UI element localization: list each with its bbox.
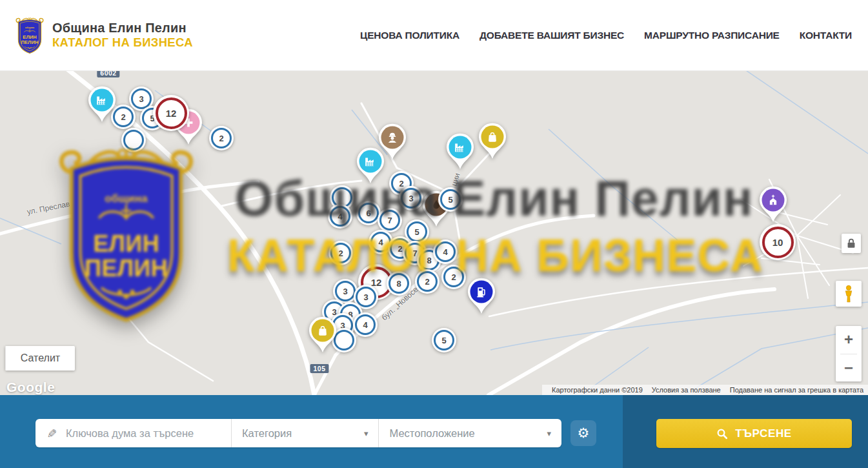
search-button-label: ТЪРСЕНЕ	[735, 427, 792, 440]
pin-fuel[interactable]	[467, 278, 496, 315]
zoom-out-button[interactable]: −	[836, 354, 862, 382]
google-logo[interactable]: Google	[6, 380, 55, 395]
map-type-control: Карта Сателит	[5, 346, 75, 371]
pin-factory[interactable]	[87, 86, 117, 123]
pin-bag[interactable]	[308, 316, 338, 354]
cluster-marker[interactable]: 2	[328, 241, 353, 265]
map-type-satellite-button[interactable]: Сателит	[5, 346, 75, 371]
brand: Община Елин Пелин КАТАЛОГ НА БИЗНЕСА	[52, 21, 193, 49]
cluster-marker[interactable]: 4	[353, 312, 378, 337]
nav-item-add-business[interactable]: ДОБАВЕТЕ ВАШИЯТ БИЗНЕС	[479, 30, 624, 41]
cluster-marker[interactable]: 10	[760, 224, 796, 260]
cluster-marker[interactable]: 2	[415, 269, 439, 294]
gear-icon: ⚙	[578, 425, 590, 441]
map-attribution: Картографски данни ©2019 Условия за полз…	[542, 385, 868, 395]
zoom-control: + −	[836, 326, 862, 382]
category-value: Категория	[242, 427, 292, 440]
advanced-settings-button[interactable]: ⚙	[570, 420, 596, 446]
nav-item-pricing[interactable]: ЦЕНОВА ПОЛИТИКА	[360, 30, 459, 41]
map-canvas[interactable]: 6002105ул. Преславбул. „Новоселции 32512…	[0, 71, 868, 395]
search-bar: ✎ Категория ▾ Местоположение ▾ ⚙ ТЪРСЕНЕ	[0, 395, 868, 468]
nav-item-route-schedule[interactable]: МАРШРУТНО РАЗПИСАНИЕ	[644, 30, 780, 41]
cluster-marker[interactable]: 2	[441, 265, 466, 289]
zoom-in-button[interactable]: +	[836, 326, 862, 354]
pegman-button[interactable]	[836, 281, 862, 307]
cluster-marker[interactable]: 4	[433, 239, 458, 264]
pin-worker[interactable]	[378, 123, 407, 161]
location-value: Местоположение	[389, 427, 474, 440]
pegman-icon	[840, 284, 857, 303]
road-badge: 105	[310, 364, 328, 373]
cluster-marker[interactable]: 5	[432, 328, 456, 352]
category-dropdown[interactable]: Категория ▾	[231, 419, 378, 447]
search-submit-button[interactable]: ТЪРСЕНЕ	[656, 419, 852, 448]
search-icon	[716, 428, 728, 440]
nav-item-contacts[interactable]: КОНТАКТИ	[800, 30, 852, 41]
pin-factory[interactable]	[445, 133, 475, 170]
lock-button[interactable]	[842, 234, 861, 253]
cluster-marker[interactable]: 7	[378, 208, 402, 232]
chevron-down-icon: ▾	[547, 429, 551, 438]
keyword-section: ✎	[35, 419, 231, 447]
search-box: ✎ Категория ▾ Местоположение ▾	[35, 419, 561, 447]
chevron-down-icon: ▾	[364, 429, 368, 438]
pin-bag[interactable]	[478, 123, 507, 160]
municipality-crest-logo	[14, 15, 45, 55]
cluster-marker[interactable]	[121, 128, 146, 152]
cluster-marker[interactable]: 3	[399, 186, 423, 210]
location-dropdown[interactable]: Местоположение ▾	[378, 419, 561, 447]
cluster-marker[interactable]: 5	[438, 187, 463, 212]
site-title: Община Елин Пелин	[52, 21, 193, 36]
cluster-marker[interactable]: 2	[209, 126, 234, 150]
cluster-marker[interactable]: 8	[387, 271, 411, 296]
pin-church[interactable]	[758, 186, 788, 223]
lock-icon	[845, 237, 858, 250]
main-nav: ЦЕНОВА ПОЛИТИКА ДОБАВЕТЕ ВАШИЯТ БИЗНЕС М…	[360, 30, 852, 41]
page: Община Елин Пелин КАТАЛОГ НА БИЗНЕСА ЦЕН…	[0, 0, 868, 468]
cluster-marker[interactable]: 12	[153, 95, 189, 131]
site-tagline: КАТАЛОГ НА БИЗНЕСА	[52, 36, 193, 49]
terms-link[interactable]: Условия за ползване	[647, 386, 725, 394]
pencil-icon: ✎	[44, 428, 59, 438]
header: Община Елин Пелин КАТАЛОГ НА БИЗНЕСА ЦЕН…	[0, 0, 868, 71]
keyword-input[interactable]	[65, 427, 216, 440]
road-badge: 6002	[97, 71, 119, 77]
cluster-marker[interactable]: 4	[328, 204, 352, 229]
map-data-copyright: Картографски данни ©2019	[547, 386, 647, 394]
report-error-link[interactable]: Подаване на сигнал за грешка в картата	[725, 386, 868, 394]
